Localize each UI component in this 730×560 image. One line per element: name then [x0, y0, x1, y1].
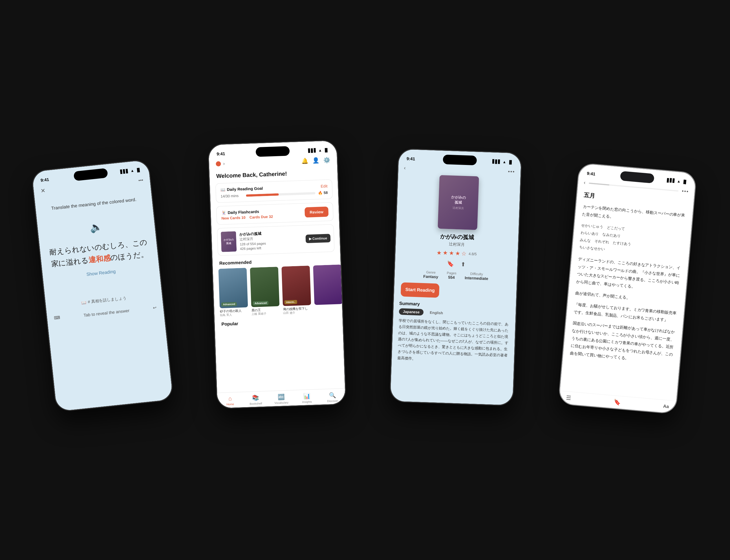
level-badge-3: interm..: [284, 300, 297, 305]
status-icons-2: ▋▋▋ ▲ ▐▌: [308, 148, 329, 153]
record-button[interactable]: [216, 161, 221, 167]
language-tabs: Japanese English: [399, 308, 510, 319]
insights-tab-icon: 📊: [303, 393, 311, 400]
difficulty-value: Intermediate: [464, 275, 488, 281]
edit-goal-link[interactable]: Edit: [321, 184, 328, 189]
furigana-poem: せかいじゅう どこだって わらいあり なみだあり みんな それぞれ たすけあう …: [579, 222, 684, 260]
level-badge-2: Advanced: [253, 301, 268, 305]
reader-back-button[interactable]: ‹: [583, 180, 586, 186]
wifi-icon-3: ▲: [502, 160, 506, 164]
tab-insights[interactable]: 📊 Insights: [294, 392, 320, 404]
reader-bookmark-icon[interactable]: 🔖: [613, 398, 621, 406]
vocabulary-tab-icon: 🔤: [278, 393, 285, 400]
signal-icon-2: ▋▋▋: [308, 148, 317, 153]
recommended-books-row: Advanced 砂子の塔の殺人 似鳥 実人 Advanced 鹿の王 上橋 菜…: [213, 264, 343, 318]
font-size-icon[interactable]: Aa: [663, 404, 669, 409]
genre-value: Fantasy: [423, 274, 438, 279]
tab-vocabulary[interactable]: 🔤 Vocabulary: [268, 393, 294, 405]
header-actions: 🔔 👤 ⚙️: [301, 156, 330, 164]
speaker-icon[interactable]: 🔈: [89, 221, 103, 234]
star-half: ☆: [461, 250, 466, 257]
status-icons-4: ▋▋▋ ▲ ▐▌: [667, 178, 687, 184]
signal-icon-3: ▋▋▋: [492, 159, 501, 164]
paragraph-5: 国道沿いのスーパーまでは距離があって車がなければなかなか行けないせいか、こころが…: [570, 319, 676, 366]
reader-more-button[interactable]: •••: [682, 188, 689, 195]
bell-icon[interactable]: 🔔: [301, 157, 308, 164]
book-icon: 📖: [81, 300, 87, 305]
book-card-3[interactable]: interm.. 俺の残機を投下し 山田 遼介: [282, 266, 312, 315]
battery-icon-1: ▐▌: [136, 167, 141, 172]
reader-body: カーテンを閉めた窓の向こうから、移動スーパーの車が来た音が聞こえる。 せかいじゅ…: [563, 202, 692, 370]
book-detail-screen: 9:41 ▋▋▋ ▲ ▐▌ ‹ ••• かがみの孤城 辻村深月 かがみの孤城 辻…: [390, 149, 521, 405]
popular-section-title: Popular: [215, 316, 343, 330]
phone-book-detail: 9:41 ▋▋▋ ▲ ▐▌ ‹ ••• かがみの孤城 辻村深月 かがみの孤城 辻…: [389, 148, 522, 406]
progress-bar-background: [246, 192, 316, 197]
more-menu[interactable]: •••: [138, 178, 144, 183]
flashcard-summary-card: 🃏 Daily Flashcards New Cards 10 Cards Du…: [216, 202, 334, 225]
wifi-icon-4: ▲: [677, 179, 681, 183]
current-book-cover: かがみの孤城: [221, 231, 237, 252]
book-card-1[interactable]: Advanced 砂子の塔の殺人 似鳥 実人: [219, 268, 248, 318]
insights-tab-label: Insights: [302, 400, 312, 404]
status-icons-3: ▋▋▋ ▲ ▐▌: [492, 159, 513, 164]
back-button[interactable]: ‹: [404, 165, 406, 171]
current-book-card: かがみの孤城 かがみの孤城 辻村深月 128 of 554 pages 426 …: [217, 224, 335, 256]
book-goal-icon: 📖: [220, 187, 226, 192]
paragraph-2: ディズニーランドの、こころの好きなアトラクション、イッツ・ア・スモールワールドの…: [576, 255, 682, 294]
tab-discover[interactable]: 🔍 Discover: [319, 391, 345, 404]
dynamic-island-3: [443, 155, 477, 165]
book-cover-2: Advanced: [250, 267, 280, 307]
book-cover-4: [313, 264, 343, 305]
wifi-icon-2: ▲: [318, 148, 322, 152]
phone-reader: 9:41 ▋▋▋ ▲ ▐▌ ‹ ••• 五月 カーテンを閉めた窓の: [558, 162, 697, 414]
book-author-2: 上橋 菜緒子: [252, 311, 280, 316]
reader-progress-fill: [589, 182, 609, 185]
summary-section: Summary Japanese English 学校での居場所をなくし、閉じこ…: [391, 301, 516, 365]
dynamic-island-2: [256, 146, 290, 157]
settings-icon[interactable]: ⚙️: [323, 156, 330, 164]
difficulty-meta: Difficulty Intermediate: [464, 272, 488, 281]
book-author-1: 似鳥 実人: [220, 312, 248, 317]
book-author-3: 山田 遼介: [283, 310, 311, 315]
summary-title: Summary: [399, 301, 510, 310]
bookshelf-tab-icon: 📚: [252, 394, 259, 401]
share-action-icon[interactable]: ⬆: [460, 261, 466, 268]
keyboard-icon: ⌨: [54, 315, 60, 321]
more-options-button[interactable]: •••: [508, 169, 515, 175]
continue-button[interactable]: ▶ Continue: [306, 234, 331, 243]
close-button[interactable]: ✕: [40, 187, 46, 194]
flashcard-info: 🃏 Daily Flashcards New Cards 10 Cards Du…: [221, 208, 305, 220]
profile-icon[interactable]: 👤: [312, 157, 319, 164]
discover-tab-label: Discover: [327, 399, 338, 403]
wifi-icon-1: ▲: [130, 168, 134, 173]
record-controls: ›: [216, 161, 225, 166]
home-tab-label: Home: [227, 403, 234, 406]
book-card-2[interactable]: Advanced 鹿の王 上橋 菜緒子: [250, 267, 280, 316]
status-time-2: 9:41: [217, 151, 225, 156]
toc-icon[interactable]: ☰: [566, 394, 572, 401]
pages-meta: Pages 554: [446, 271, 456, 280]
book-cover-3: interm..: [282, 266, 311, 306]
bookshelf-tab-label: Bookshelf: [250, 402, 262, 405]
phone-flashcard: 9:41 ▋▋▋ ▲ ▐▌ ✕ ••• Translate the meanin…: [31, 159, 174, 412]
book-card-4[interactable]: [313, 264, 343, 314]
lang-tab-english[interactable]: English: [425, 309, 447, 316]
rating-number: 4.8/5: [468, 252, 477, 256]
lang-tab-japanese[interactable]: Japanese: [399, 308, 424, 316]
tab-home[interactable]: ⌂ Home: [217, 394, 243, 407]
reply-icon[interactable]: ↩: [153, 305, 157, 310]
battery-icon-4: ▐▌: [682, 179, 688, 184]
status-time-3: 9:41: [406, 156, 415, 161]
review-button[interactable]: Review: [305, 207, 328, 218]
book-meta-row: Genre Fantasy Pages 554 Difficulty Inter…: [394, 269, 517, 282]
status-icons-1: ▋▋▋ ▲ ▐▌: [120, 167, 141, 174]
tab-bookshelf[interactable]: 📚 Bookshelf: [243, 393, 269, 406]
vocabulary-tab-label: Vocabulary: [275, 401, 289, 405]
phone-home: 9:41 ▋▋▋ ▲ ▐▌ › 🔔 👤 ⚙️: [208, 140, 347, 409]
home-tab-icon: ⌂: [228, 395, 232, 402]
app-scene: 9:41 ▋▋▋ ▲ ▐▌ ✕ ••• Translate the meanin…: [0, 0, 730, 560]
start-reading-button[interactable]: Start Reading: [400, 282, 439, 298]
progress-label: 14/30 mins: [221, 193, 243, 199]
reveal-hint: Tab to reveal the answer: [83, 308, 130, 318]
bookmark-action-icon[interactable]: 🔖: [447, 260, 454, 267]
